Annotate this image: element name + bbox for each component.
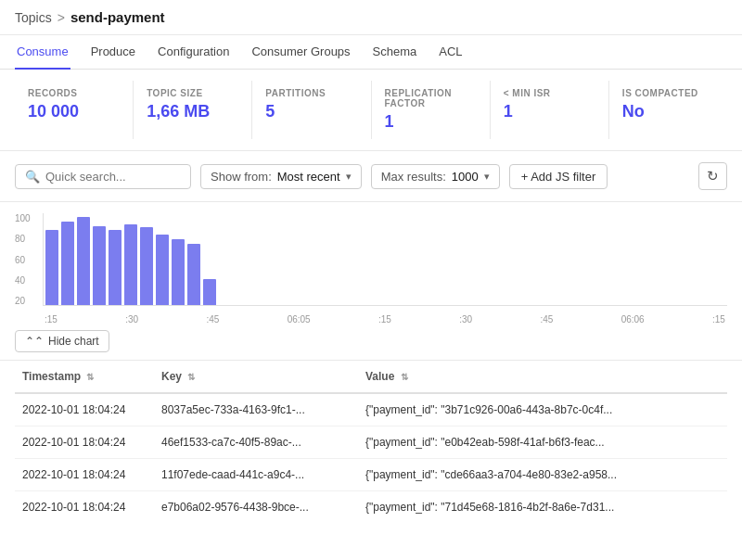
x-label: :45 (540, 314, 553, 325)
y-label-40: 40 (15, 275, 41, 286)
hide-chart-button[interactable]: ⌃⌃ Hide chart (15, 330, 109, 352)
cell-value: {"payment_id": "e0b42eab-598f-41af-b6f3-… (358, 426, 727, 459)
chevron-up-icon: ⌃⌃ (25, 335, 44, 348)
chart-container: 100 80 60 40 20 :15:30:4506:05:15:30:450… (15, 213, 727, 325)
stats-row: RECORDS 10 000 TOPIC SIZE 1,66 MB PARTIT… (0, 70, 742, 151)
cell-key: 11f07ede-caad-441c-a9c4-... (154, 459, 358, 491)
stat-compacted: IS COMPACTED No (609, 81, 727, 139)
x-label: 06:05 (288, 314, 311, 325)
chart-y-labels: 100 80 60 40 20 (15, 213, 41, 306)
stat-partitions-value: 5 (265, 102, 357, 121)
y-label-60: 60 (15, 255, 41, 265)
table-row[interactable]: 2022-10-01 18:04:24 8037a5ec-733a-4163-9… (15, 393, 727, 426)
sort-icon-timestamp: ⇅ (86, 372, 94, 382)
stat-replication-value: 1 (385, 112, 477, 132)
chart-bar (77, 217, 90, 305)
chart-bar (61, 222, 74, 305)
stat-topic-size-value: 1,66 MB (147, 102, 238, 121)
stat-topic-size: TOPIC SIZE 1,66 MB (134, 81, 252, 139)
sort-icon-key: ⇅ (187, 372, 195, 382)
x-label: :30 (459, 314, 472, 325)
tab-consume[interactable]: Consume (15, 35, 70, 70)
refresh-button[interactable]: ↻ (698, 162, 727, 190)
show-from-dropdown[interactable]: Show from: Most recent ▾ (200, 164, 362, 189)
chart-bar (187, 244, 200, 306)
table-header-row: Timestamp ⇅ Key ⇅ Value ⇅ (15, 361, 727, 393)
x-label: :30 (125, 314, 138, 325)
col-header-value[interactable]: Value ⇅ (358, 361, 727, 393)
stat-replication-label: REPLICATION FACTOR (385, 88, 477, 108)
hide-chart-label: Hide chart (48, 335, 99, 348)
stat-min-isr-label: < MIN ISR (504, 88, 595, 98)
sort-icon-value: ⇅ (401, 372, 408, 382)
chart-bar (124, 224, 137, 305)
stat-records-label: RECORDS (28, 88, 120, 98)
stat-replication: REPLICATION FACTOR 1 (372, 81, 491, 139)
show-from-label: Show from: (211, 170, 272, 184)
chart-x-labels: :15:30:4506:05:15:30:4506:06:15 (43, 314, 727, 325)
breadcrumb: Topics > send-payment (15, 9, 165, 25)
x-label: :45 (206, 314, 219, 325)
x-label: :15 (712, 314, 725, 325)
header: Topics > send-payment (0, 0, 742, 35)
chevron-down-icon: ▾ (346, 171, 352, 183)
max-results-label: Max results: (381, 170, 446, 184)
chart-bar (45, 230, 58, 305)
stat-partitions: PARTITIONS 5 (252, 81, 371, 139)
cell-value: {"payment_id": "71d45e68-1816-4b2f-8a6e-… (358, 491, 727, 524)
tab-consumer-groups[interactable]: Consumer Groups (249, 35, 352, 70)
col-header-timestamp[interactable]: Timestamp ⇅ (15, 361, 154, 393)
toolbar: 🔍 Show from: Most recent ▾ Max results: … (0, 151, 742, 202)
max-results-dropdown[interactable]: Max results: 1000 ▾ (371, 164, 500, 189)
tab-schema[interactable]: Schema (371, 35, 419, 70)
chart-bar (93, 226, 106, 306)
chart-bar (172, 239, 185, 305)
stat-compacted-value: No (622, 102, 714, 121)
y-label-100: 100 (15, 213, 41, 223)
x-label: :15 (378, 314, 391, 325)
cell-value: {"payment_id": "cde66aa3-a704-4e80-83e2-… (358, 459, 727, 491)
breadcrumb-separator: > (58, 10, 65, 25)
topic-title: send-payment (70, 9, 165, 25)
add-js-filter-button[interactable]: + Add JS filter (509, 164, 608, 189)
cell-key: 46ef1533-ca7c-40f5-89ac-... (154, 426, 358, 459)
stat-compacted-label: IS COMPACTED (622, 88, 714, 98)
table-row[interactable]: 2022-10-01 18:04:24 11f07ede-caad-441c-a… (15, 459, 727, 491)
y-label-20: 20 (15, 296, 41, 306)
table-row[interactable]: 2022-10-01 18:04:24 46ef1533-ca7c-40f5-8… (15, 426, 727, 459)
topics-link[interactable]: Topics (15, 10, 52, 25)
stat-min-isr: < MIN ISR 1 (491, 81, 609, 139)
records-table: Timestamp ⇅ Key ⇅ Value ⇅ 2022-10-01 18:… (15, 361, 727, 523)
chart-bars (43, 213, 727, 306)
tabs-bar: Consume Produce Configuration Consumer G… (0, 35, 742, 70)
cell-timestamp: 2022-10-01 18:04:24 (15, 491, 154, 524)
stat-records: RECORDS 10 000 (15, 81, 134, 139)
max-results-value: 1000 (452, 170, 479, 184)
tab-acl[interactable]: ACL (437, 35, 464, 70)
tab-produce[interactable]: Produce (89, 35, 137, 70)
cell-key: 8037a5ec-733a-4163-9fc1-... (154, 393, 358, 426)
col-header-key[interactable]: Key ⇅ (154, 361, 358, 393)
cell-timestamp: 2022-10-01 18:04:24 (15, 459, 154, 491)
chart-bar (140, 227, 153, 305)
stat-partitions-label: PARTITIONS (265, 88, 357, 98)
stat-min-isr-value: 1 (504, 102, 595, 121)
cell-timestamp: 2022-10-01 18:04:24 (15, 393, 154, 426)
stat-records-value: 10 000 (28, 102, 120, 121)
x-label: 06:06 (621, 314, 645, 325)
search-box[interactable]: 🔍 (15, 164, 191, 189)
table-area: Timestamp ⇅ Key ⇅ Value ⇅ 2022-10-01 18:… (0, 361, 742, 523)
search-input[interactable] (45, 170, 181, 184)
chart-area: 100 80 60 40 20 :15:30:4506:05:15:30:450… (0, 202, 742, 361)
chart-bar (203, 279, 216, 306)
search-icon: 🔍 (25, 170, 40, 184)
tab-configuration[interactable]: Configuration (156, 35, 231, 70)
table-row[interactable]: 2022-10-01 18:04:24 e7b06a02-9576-4438-9… (15, 491, 727, 524)
stat-topic-size-label: TOPIC SIZE (147, 88, 238, 98)
show-from-value: Most recent (277, 170, 340, 184)
cell-value: {"payment_id": "3b71c926-00a6-443a-8b7c-… (358, 393, 727, 426)
chart-bar (109, 230, 122, 305)
chart-bar (156, 235, 169, 305)
x-label: :15 (45, 314, 58, 325)
chevron-down-icon-2: ▾ (484, 171, 490, 183)
